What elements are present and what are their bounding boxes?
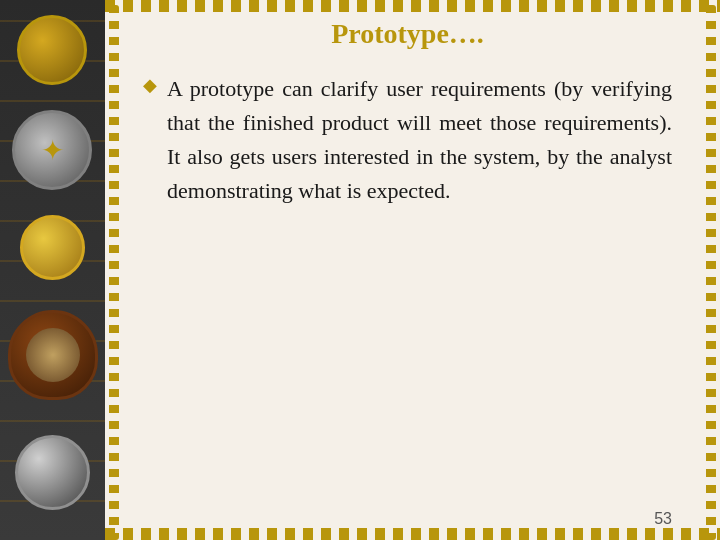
bullet-item: ◆ A prototype can clarify user requireme… <box>143 72 672 208</box>
left-sidebar <box>0 0 105 540</box>
bottom-border-decoration <box>105 528 720 540</box>
medal-decoration-5 <box>15 435 90 510</box>
main-content: Prototype…. ◆ A prototype can clarify us… <box>123 0 702 540</box>
medal-decoration-4 <box>8 310 98 400</box>
slide-title: Prototype…. <box>143 18 672 50</box>
slide-number: 53 <box>654 510 672 528</box>
medal-decoration-2 <box>12 110 92 190</box>
right-border-decoration <box>702 0 720 540</box>
medal-decoration-1 <box>17 15 87 85</box>
slide-container: Prototype…. ◆ A prototype can clarify us… <box>0 0 720 540</box>
border-dots-left <box>109 5 119 540</box>
left-border-decoration <box>105 0 123 540</box>
border-dots-right <box>706 5 716 540</box>
bullet-text: A prototype can clarify user requirement… <box>167 72 672 208</box>
medal-decoration-3 <box>20 215 85 280</box>
slide-body: ◆ A prototype can clarify user requireme… <box>143 72 672 522</box>
top-border-decoration <box>105 0 720 12</box>
bullet-diamond-icon: ◆ <box>143 74 157 96</box>
